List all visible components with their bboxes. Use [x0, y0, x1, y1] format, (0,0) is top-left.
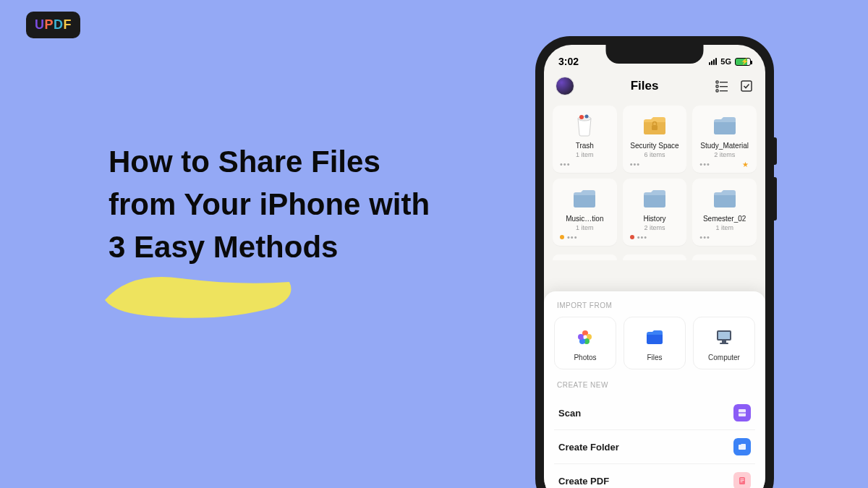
- logo-f: F: [64, 17, 72, 32]
- svg-rect-2: [716, 85, 718, 87]
- more-icon[interactable]: •••: [557, 160, 613, 168]
- folder-name: History: [643, 215, 665, 223]
- highlight-scribble: [94, 260, 304, 333]
- star-icon: ★: [742, 160, 749, 168]
- folder-name: Trash: [576, 142, 594, 150]
- files-icon: [644, 326, 665, 348]
- folder-meta: 1 item: [576, 224, 594, 231]
- phone-screen: 3:02 5G ⚡ Files: [544, 45, 765, 488]
- phone-side-button: [774, 177, 777, 221]
- create-folder[interactable]: Create Folder: [554, 430, 755, 464]
- folder-row-peek: [544, 249, 765, 260]
- select-icon[interactable]: [739, 79, 754, 93]
- network-label: 5G: [720, 57, 731, 66]
- folder-card-semester[interactable]: Semester_02 1 item •••: [692, 179, 757, 246]
- folder-small-icon: [733, 438, 751, 455]
- folder-meta: 2 items: [644, 224, 665, 231]
- svg-point-8: [579, 115, 584, 119]
- folder-meta: 2 items: [714, 151, 735, 158]
- trash-icon: [569, 113, 600, 137]
- svg-rect-3: [720, 86, 728, 87]
- create-section-label: CREATE NEW: [554, 381, 755, 389]
- create-pdf[interactable]: Create PDF: [554, 464, 755, 488]
- create-scan[interactable]: Scan: [554, 396, 755, 430]
- logo-d: D: [54, 17, 64, 32]
- svg-rect-0: [716, 81, 718, 83]
- folder-card-study[interactable]: Study_Material 2 items •••★: [692, 106, 757, 173]
- more-icon[interactable]: •••★: [697, 160, 752, 168]
- svg-rect-20: [720, 343, 728, 344]
- svg-rect-24: [741, 479, 744, 479]
- import-files[interactable]: Files: [624, 317, 686, 369]
- import-section-label: IMPORT FROM: [554, 301, 755, 309]
- computer-icon: [713, 326, 735, 348]
- svg-rect-22: [738, 412, 746, 413]
- status-time: 3:02: [558, 56, 579, 67]
- battery-icon: ⚡: [735, 58, 751, 66]
- folder-card-history[interactable]: History 2 items •••: [623, 179, 687, 246]
- folder-icon: [569, 186, 600, 210]
- svg-rect-10: [652, 125, 658, 130]
- more-icon[interactable]: •••: [557, 233, 613, 241]
- status-indicators: 5G ⚡: [709, 57, 751, 66]
- folder-card-music[interactable]: Music…tion 1 item •••: [553, 179, 617, 246]
- svg-rect-25: [741, 480, 744, 481]
- folder-meta: 1 item: [576, 151, 594, 158]
- import-label: Files: [647, 354, 662, 361]
- svg-point-9: [585, 115, 589, 119]
- scan-icon: [733, 404, 751, 421]
- action-sheet: IMPORT FROM Photos Files: [544, 291, 765, 488]
- svg-rect-6: [741, 81, 752, 91]
- import-label: Photos: [574, 354, 596, 361]
- more-icon[interactable]: •••: [627, 160, 683, 168]
- brand-logo: UPDF: [26, 12, 80, 38]
- app-header: Files: [544, 72, 765, 103]
- logo-p: P: [45, 17, 54, 32]
- phone-frame: 3:02 5G ⚡ Files: [535, 36, 774, 488]
- folder-card-security[interactable]: Security Space 6 items •••: [623, 106, 687, 173]
- folder-grid: Trash 1 item ••• Security Space 6 items …: [544, 103, 765, 249]
- folder-name: Music…tion: [566, 215, 603, 223]
- signal-icon: [709, 58, 717, 65]
- folder-icon: [710, 113, 740, 137]
- create-label: Create PDF: [558, 476, 609, 487]
- folder-meta: 1 item: [715, 224, 733, 231]
- svg-rect-19: [722, 341, 726, 343]
- logo-u: U: [35, 17, 45, 32]
- import-label: Computer: [708, 354, 740, 361]
- phone-side-button: [774, 137, 777, 165]
- folder-card-trash[interactable]: Trash 1 item •••: [553, 106, 617, 173]
- folder-icon: [639, 186, 670, 210]
- page-headline: How to Share Files from Your iPhone with…: [109, 141, 448, 268]
- svg-point-16: [584, 335, 587, 339]
- phone-notch: [606, 45, 704, 64]
- list-view-icon[interactable]: [715, 79, 729, 93]
- create-label: Scan: [558, 408, 581, 419]
- folder-meta: 6 items: [644, 151, 665, 158]
- import-photos[interactable]: Photos: [554, 317, 616, 369]
- svg-rect-18: [718, 332, 730, 339]
- avatar[interactable]: [556, 77, 574, 95]
- create-label: Create Folder: [558, 442, 619, 453]
- folder-name: Security Space: [630, 142, 678, 150]
- svg-rect-4: [716, 90, 718, 92]
- tag-dot: [560, 235, 564, 239]
- pdf-icon: [733, 472, 751, 488]
- more-icon[interactable]: •••: [697, 233, 752, 241]
- more-icon[interactable]: •••: [627, 233, 683, 241]
- photos-icon: [574, 326, 596, 348]
- svg-rect-1: [720, 82, 728, 82]
- svg-point-15: [578, 334, 584, 340]
- folder-name: Semester_02: [703, 215, 746, 223]
- tag-dot: [630, 235, 634, 239]
- app-title: Files: [574, 79, 715, 93]
- folder-name: Study_Material: [700, 142, 749, 150]
- svg-rect-26: [741, 481, 743, 482]
- folder-icon: [710, 186, 740, 210]
- secure-folder-icon: [639, 113, 670, 137]
- svg-rect-5: [720, 90, 728, 91]
- import-computer[interactable]: Computer: [693, 317, 755, 369]
